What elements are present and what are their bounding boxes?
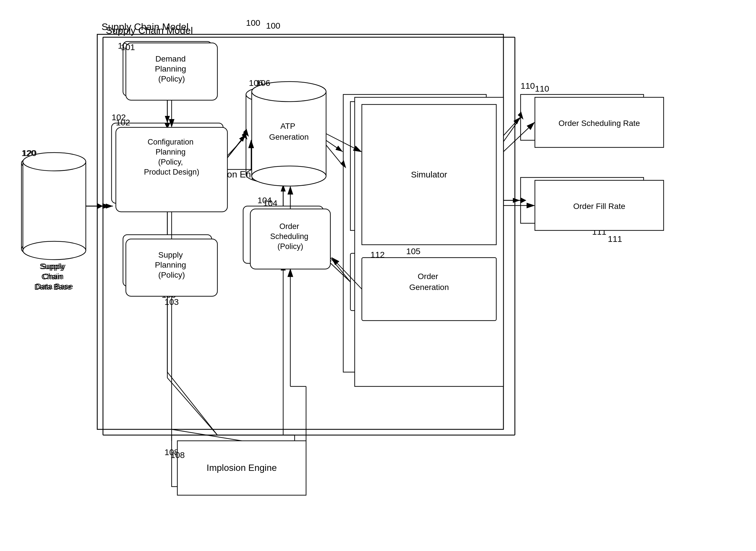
ref-101-label: 101: [121, 42, 135, 52]
ref-106-label: 106: [256, 78, 270, 88]
implosion-engine-text: Implosion Engine: [207, 463, 277, 473]
ref-104-label: 104: [263, 198, 277, 208]
ref-102-label: 102: [116, 118, 130, 127]
title-text: Supply Chain Model: [106, 25, 193, 36]
order-fill-rate-text: Order Fill Rate: [573, 202, 625, 211]
ref-120-label: 120: [22, 148, 37, 158]
diagram-container: Supply Chain Model 100 120 Supply Chain …: [0, 0, 756, 551]
demand-planning-text: Demand Planning (Policy): [155, 54, 188, 83]
main-diagram: Supply Chain Model 100 Supply Chain Data…: [0, 0, 756, 551]
ref-105-label: 105: [406, 246, 420, 256]
svg-line-81: [503, 122, 534, 152]
ref-111-label: 111: [608, 234, 622, 243]
ref-100-label: 100: [266, 21, 280, 30]
simulator-text: Simulator: [411, 170, 447, 179]
svg-point-58: [23, 241, 86, 259]
ref-108-label: 108: [170, 450, 185, 460]
supply-planning-text: Supply Planning (Policy): [155, 250, 188, 280]
svg-point-65: [252, 166, 326, 186]
db-text: Supply Chain Data Base: [36, 262, 73, 291]
order-sched-rate-text: Order Scheduling Rate: [559, 119, 640, 128]
svg-rect-56: [23, 162, 86, 250]
ref-110-label: 110: [535, 84, 549, 93]
